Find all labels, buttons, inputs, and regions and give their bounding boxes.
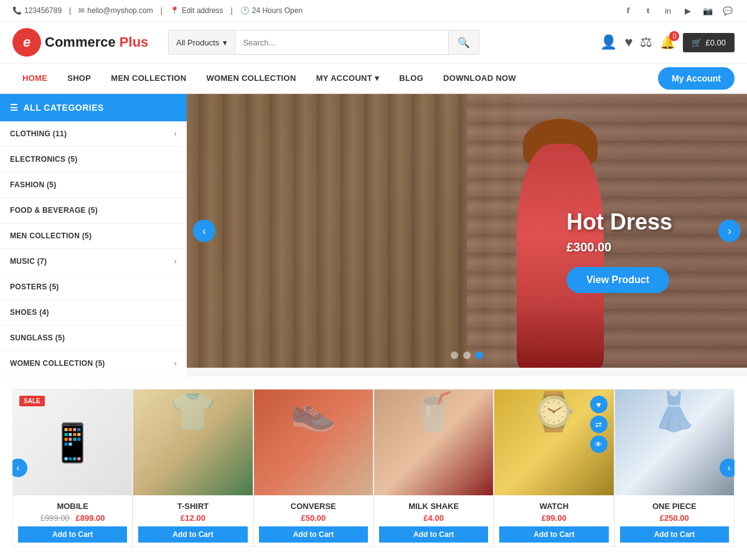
add-to-cart-button[interactable]: Add to Cart [499, 526, 608, 543]
sidebar-item-sunglass[interactable]: SUNGLASS (5) [0, 325, 187, 351]
add-to-cart-button[interactable]: Add to Cart [620, 526, 729, 543]
instagram-link[interactable]: 📷 [701, 4, 715, 17]
cart-icon: 🛒 [692, 38, 702, 47]
nav-women-collection[interactable]: WOMEN COLLECTION [196, 63, 306, 93]
sidebar-item-clothing[interactable]: CLOTHING (11) › [0, 121, 187, 147]
product-card-tshirt: 👕 T-SHIRT £12.00 Add to Cart [133, 389, 253, 547]
address-link[interactable]: Edit address [182, 6, 223, 15]
my-account-button[interactable]: My Account [658, 67, 735, 90]
nav-my-account[interactable]: MY ACCOUNT ▾ [306, 63, 390, 93]
product-name: MOBILE [18, 502, 127, 511]
sale-badge: SALE [19, 396, 45, 406]
logo-letter: e [23, 34, 31, 50]
product-card-watch: ⌚ ♥ ⇄ 👁 WATCH £99.00 Add to Cart [494, 389, 614, 547]
product-price: £99.00 [499, 513, 608, 523]
logo-text: Commerce Plus [45, 34, 148, 50]
hero-dot-1[interactable] [451, 352, 458, 359]
facebook-link[interactable]: 𝐟 [621, 4, 635, 17]
nav-home[interactable]: HOME [12, 63, 57, 93]
add-to-cart-button[interactable]: Add to Cart [379, 526, 488, 543]
product-card-milkshake: 🥤 MILK SHAKE £4.00 Add to Cart [374, 389, 494, 547]
social-links: 𝐟 𝐭 in ▶ 📷 💬 [621, 4, 735, 17]
products-section: ‹ 📱 SALE MOBILE £999.00 £899.00 Add to C… [0, 376, 747, 559]
logo-plus: Plus [120, 34, 148, 50]
sidebar-item-fashion[interactable]: FASHION (5) [0, 172, 187, 198]
sidebar-item-electronics[interactable]: ELECTRONICS (5) [0, 147, 187, 172]
product-image-converse: 👟 [254, 390, 373, 495]
sidebar-item-women-collection[interactable]: WOMEN COLLECTION (5) › [0, 351, 187, 376]
account-icon[interactable]: 👤 [600, 34, 617, 50]
search-input[interactable] [235, 30, 448, 54]
old-price: £999.00 [40, 513, 70, 523]
watch-icon: ⌚ [530, 391, 577, 432]
email-address: hello@myshop.com [87, 6, 153, 15]
chevron-right-icon: › [174, 359, 177, 368]
nav-shop[interactable]: SHOP [57, 63, 101, 93]
hours-text: 24 Hours Open [252, 6, 303, 15]
product-image-tshirt: 👕 [133, 390, 252, 495]
add-to-cart-button[interactable]: Add to Cart [18, 526, 127, 543]
compare-icon[interactable]: ⚖ [640, 34, 652, 50]
nav-download[interactable]: DOWNLOAD NOW [433, 63, 526, 93]
separator3: | [231, 6, 233, 15]
product-name: T-SHIRT [138, 502, 247, 511]
category-dropdown[interactable]: All Products ▾ [169, 30, 235, 54]
cart-total: £0.00 [705, 38, 726, 47]
products-grid: ‹ 📱 SALE MOBILE £999.00 £899.00 Add to C… [12, 389, 735, 547]
product-actions: ♥ ⇄ 👁 [590, 396, 608, 453]
linkedin-link[interactable]: in [661, 4, 675, 17]
whatsapp-link[interactable]: 💬 [721, 4, 735, 17]
phone-info: 📞 123456789 [12, 6, 62, 15]
product-name: CONVERSE [259, 502, 368, 511]
sidebar-title: ALL CATEGORIES [24, 103, 104, 113]
product-name: ONE PIECE [620, 502, 729, 511]
sidebar-item-food-beverage[interactable]: FOOD & BEVERAGE (5) [0, 198, 187, 223]
product-price: £4.00 [379, 513, 488, 523]
separator1: | [69, 6, 71, 15]
sidebar: ☰ ALL CATEGORIES CLOTHING (11) › ELECTRO… [0, 94, 187, 376]
hero-dot-3[interactable] [476, 352, 483, 359]
wishlist-icon[interactable]: ♥ [624, 34, 632, 50]
product-info-tshirt: T-SHIRT £12.00 Add to Cart [133, 495, 252, 546]
chevron-right-icon: › [174, 129, 177, 138]
separator2: | [161, 6, 162, 15]
wishlist-action-button[interactable]: ♥ [590, 396, 608, 413]
hero-dot-2[interactable] [463, 352, 471, 359]
product-name: MILK SHAKE [379, 502, 488, 511]
cart-button[interactable]: 🛒 £0.00 [683, 33, 735, 52]
drink-icon: 🥤 [410, 391, 457, 432]
product-card-converse: 👟 CONVERSE £50.00 Add to Cart [253, 389, 374, 547]
products-next-button[interactable]: › [720, 459, 735, 477]
nav-men-collection[interactable]: MEN COLLECTION [101, 63, 196, 93]
add-to-cart-button[interactable]: Add to Cart [259, 526, 368, 543]
product-info-milkshake: MILK SHAKE £4.00 Add to Cart [374, 495, 493, 546]
search-bar: All Products ▾ 🔍 [168, 30, 479, 55]
hero-view-product-button[interactable]: View Product [566, 267, 669, 293]
nav-blog[interactable]: BLOG [389, 63, 433, 93]
sidebar-item-shoes[interactable]: SHOES (4) [0, 300, 187, 325]
quickview-action-button[interactable]: 👁 [590, 436, 608, 453]
product-card-mobile: 📱 SALE MOBILE £999.00 £899.00 Add to Car… [12, 389, 133, 547]
youtube-link[interactable]: ▶ [681, 4, 695, 17]
sidebar-item-music[interactable]: MUSIC (7) › [0, 249, 187, 274]
sidebar-item-posters[interactable]: POSTERS (5) [0, 274, 187, 300]
clock-icon: 🕐 [240, 6, 250, 15]
hero-next-button[interactable]: › [718, 220, 741, 242]
chevron-down-icon: ▾ [375, 73, 379, 83]
product-price: £12.00 [138, 513, 247, 523]
twitter-link[interactable]: 𝐭 [641, 4, 655, 17]
hours-info: 🕐 24 Hours Open [240, 6, 303, 15]
dress-icon: 👗 [651, 391, 698, 432]
search-button[interactable]: 🔍 [448, 30, 479, 54]
add-to-cart-button[interactable]: Add to Cart [138, 526, 247, 543]
hero-prev-button[interactable]: ‹ [193, 220, 215, 242]
phone-number: 123456789 [24, 6, 62, 15]
email-info: ✉ hello@myshop.com [78, 6, 153, 15]
product-card-onepiece: 👗 ONE PIECE £250.00 Add to Cart [614, 389, 735, 547]
logo[interactable]: e Commerce Plus [12, 28, 156, 57]
notification-icon[interactable]: 🔔 0 [660, 35, 675, 50]
product-info-converse: CONVERSE £50.00 Add to Cart [254, 495, 373, 546]
product-image-milkshake: 🥤 [374, 390, 493, 495]
compare-action-button[interactable]: ⇄ [590, 416, 608, 433]
sidebar-item-men-collection[interactable]: MEN COLLECTION (5) [0, 223, 187, 249]
